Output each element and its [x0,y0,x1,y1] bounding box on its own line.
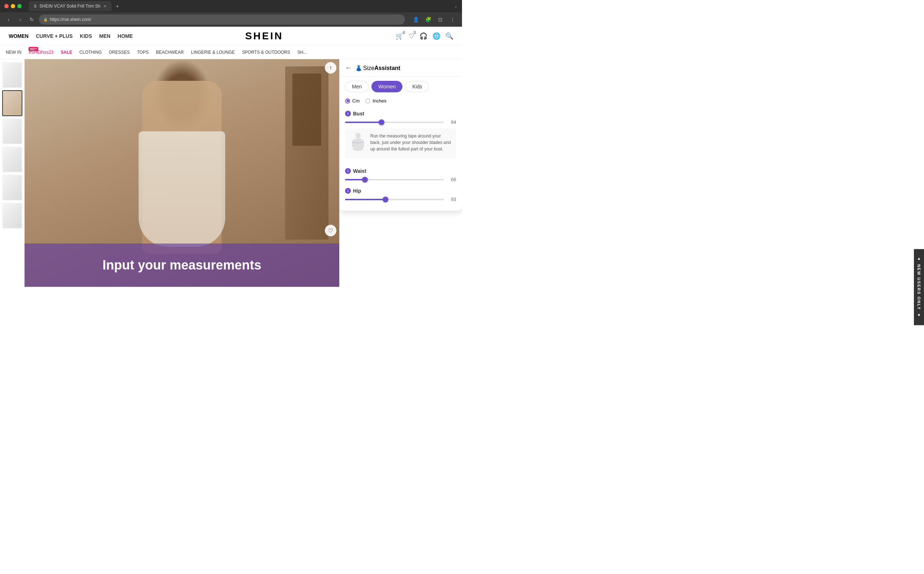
thumbnail-4[interactable] [2,147,22,172]
nav-kids[interactable]: KIDS [80,33,92,39]
product-panel: ← 👗 SizeAssistant Men Women Kids [339,59,462,287]
site-logo: SHEIN [133,30,396,42]
unit-cm-option[interactable]: Cm [345,98,360,104]
size-assistant-panel: ← 👗 SizeAssistant Men Women Kids [339,59,462,211]
browser-chrome: S SHEIN VCAY Solid Frill Trim Sh ✕ + ⌄ [0,0,462,12]
subnav-beachwear[interactable]: BEACHWEAR [156,50,184,55]
unit-inches-option[interactable]: Inches [365,98,386,104]
bust-info-icon[interactable]: i [345,111,351,117]
main-menu: WOMEN CURVE + PLUS KIDS MEN HOME [9,33,133,39]
profile-button[interactable]: 👤 [411,14,421,25]
minimize-button[interactable] [11,4,15,8]
unit-inches-radio[interactable] [365,98,370,104]
nav-home[interactable]: HOME [118,33,133,39]
subnav-new-in[interactable]: NEW IN [6,50,21,55]
subnav-sports[interactable]: SPORTS & OUTDOORS [242,50,290,55]
split-view-button[interactable]: ⊡ [435,14,445,25]
sa-title-assistant: Assistant [374,65,400,71]
subnav-more[interactable]: SH... [297,50,307,55]
search-button[interactable]: 🔍 [445,32,453,40]
nav-women[interactable]: WOMEN [9,33,28,39]
reload-button[interactable]: ↻ [27,15,36,24]
thumbnails [0,59,25,287]
wishlist-button[interactable]: ♡0 [409,32,414,40]
maximize-button[interactable] [17,4,22,8]
bust-measurement: i Bust 84 [339,108,462,165]
bust-label-text: Bust [353,111,364,117]
hot-badge: HOT [28,47,38,51]
subnav-tops[interactable]: TOPS [137,50,148,55]
body-figure-svg [350,133,366,155]
thumbnail-1[interactable] [2,62,22,88]
lock-icon: 🔒 [43,18,47,22]
waist-slider-track[interactable] [345,179,444,180]
subnav-clothing[interactable]: CLOTHING [79,50,102,55]
browser-tab[interactable]: S SHEIN VCAY Solid Frill Trim Sh ✕ [29,1,112,11]
hip-measurement: i Hip 93 [339,185,462,205]
window-controls: ⌄ [454,4,458,9]
hip-label-text: Hip [353,188,361,194]
subnav-sale[interactable]: SALE [61,50,72,55]
hip-label: i Hip [345,188,456,194]
tab-title: SHEIN VCAY Solid Frill Trim Sh [39,4,100,9]
share-button[interactable]: ↑ [325,62,336,74]
content-area: ↑ ♡ Input your measurements ← 👗 SizeAssi… [0,59,462,287]
subnav-dresses[interactable]: DRESSES [109,50,130,55]
sa-back-button[interactable]: ← [345,64,352,72]
bust-tooltip-text: Run the measuring tape around your back,… [370,133,451,152]
tab-close-icon[interactable]: ✕ [103,4,106,9]
close-button[interactable] [4,4,9,8]
unit-inches-label: Inches [373,98,386,104]
bust-value: 84 [447,120,456,125]
customer-service-button[interactable]: 🎧 [419,32,427,40]
tab-men[interactable]: Men [345,81,368,92]
tab-kids[interactable]: Kids [405,81,429,92]
more-button[interactable]: ⋮ [447,14,458,25]
thumbnail-6[interactable] [2,203,22,229]
thumbnail-2[interactable] [2,90,22,116]
new-tab-button[interactable]: + [116,3,119,9]
unit-cm-label: Cm [352,98,360,104]
forward-button[interactable]: › [16,15,25,24]
bust-slider-fill [345,121,382,123]
tab-women[interactable]: Women [371,81,403,92]
hip-slider-thumb[interactable] [382,197,389,202]
sa-tabs: Men Women Kids [339,76,462,97]
bust-figure [350,133,366,155]
bust-slider-thumb[interactable] [379,120,384,125]
waist-slider-thumb[interactable] [362,177,368,183]
waist-slider-row: 66 [345,177,456,182]
subnav-lingerie[interactable]: LINGERIE & LOUNGE [191,50,235,55]
url-bar[interactable]: 🔒 https://roe.shein.com/ [39,14,405,25]
unit-cm-radio[interactable] [345,98,350,104]
url-text: https://roe.shein.com/ [50,17,91,22]
svg-point-0 [355,133,360,139]
hip-info-icon[interactable]: i [345,188,351,194]
hip-slider-fill [345,199,385,200]
page: WOMEN CURVE + PLUS KIDS MEN HOME SHEIN 🛒… [0,27,462,287]
measurement-overlay: Input your measurements [25,243,339,287]
hip-slider-row: 93 [345,197,456,202]
main-wishlist-button[interactable]: ♡ [325,225,336,236]
nav-curve-plus[interactable]: CURVE + PLUS [36,33,73,39]
waist-label-text: Waist [353,168,366,174]
bust-slider-track[interactable] [345,121,444,123]
sa-size-label: SizeAssistant [363,65,400,71]
subnav-shein-ss[interactable]: HOT #SHEINss23 [28,50,54,55]
waist-info-icon[interactable]: i [345,168,351,174]
nav-men[interactable]: MEN [99,33,111,39]
language-button[interactable]: 🌐 [433,32,440,40]
thumbnail-5[interactable] [2,175,22,200]
browser-nav: ‹ › ↻ 🔒 https://roe.shein.com/ 👤 🧩 ⊡ ⋮ [0,12,462,27]
back-button[interactable]: ‹ [4,15,13,24]
cart-button[interactable]: 🛒0 [396,32,404,40]
cart-count: 0 [403,31,405,35]
extensions-button[interactable]: 🧩 [423,14,433,25]
waist-value: 66 [447,177,456,182]
bust-tooltip: Run the measuring tape around your back,… [345,128,456,159]
top-right-actions: 🛒0 ♡0 🎧 🌐 🔍 [396,32,453,40]
wishlist-count: 0 [414,31,416,35]
sa-header: ← 👗 SizeAssistant [339,59,462,76]
hip-slider-track[interactable] [345,199,444,200]
thumbnail-3[interactable] [2,118,22,144]
